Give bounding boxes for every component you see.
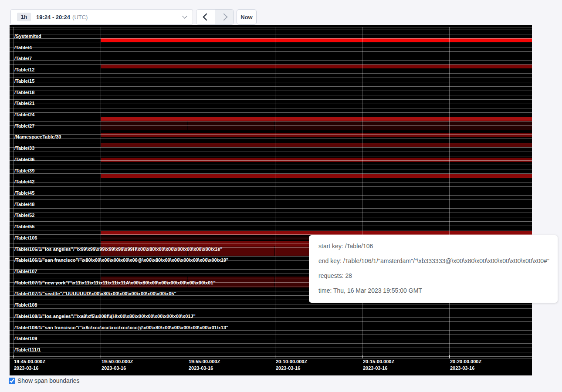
span-boundary-line — [10, 130, 532, 130]
row-label: /Table/24 — [14, 112, 34, 117]
chevron-down-icon — [182, 14, 187, 18]
row-label: /Table/108/1/"san francisco"/"\x8c\xcc\x… — [14, 325, 228, 330]
heat-band — [101, 64, 532, 68]
x-axis-date: 2023-03-16 — [363, 365, 394, 371]
previous-range-button[interactable] — [196, 10, 215, 24]
row-label: /Table/108/1/"los angeles"/"\xa8\xf5\u00… — [14, 314, 196, 319]
span-boundary-line — [10, 78, 532, 78]
span-boundary-line — [10, 108, 532, 108]
span-boundary-line — [10, 234, 532, 235]
time-range-dropdown[interactable]: 1h 19:24 - 20:24 (UTC) — [10, 9, 193, 25]
x-axis-date: 2023-03-16 — [450, 365, 481, 371]
span-boundary-line — [10, 213, 532, 213]
row-label: /Table/107/1/"new york"/"\x11\x11\x11\x1… — [14, 280, 216, 285]
span-boundary-line — [10, 330, 532, 331]
chevron-left-icon — [203, 14, 210, 21]
span-boundary-line — [10, 139, 532, 139]
range-tooltip: start key: /Table/106 end key: /Table/10… — [309, 235, 558, 303]
tooltip-start-key: start key: /Table/106 — [318, 243, 548, 250]
span-boundary-line — [10, 186, 532, 187]
span-boundary-line — [10, 173, 532, 174]
show-span-boundaries-checkbox[interactable] — [9, 378, 15, 384]
time-range-nav — [196, 9, 234, 25]
x-axis-date: 2023-03-16 — [189, 365, 220, 371]
span-boundary-line — [10, 195, 532, 196]
tooltip-time: time: Thu, 16 Mar 2023 19:55:00 GMT — [318, 287, 548, 294]
x-axis-time: 19:45:00.000Z — [14, 359, 45, 365]
row-label: /Table/106 — [14, 236, 37, 240]
heat-band — [101, 117, 532, 121]
heat-band — [101, 143, 532, 147]
span-boundary-line — [10, 339, 532, 339]
span-boundary-line — [10, 56, 532, 56]
row-label: /Table/33 — [14, 146, 34, 151]
span-boundary-line — [10, 313, 532, 313]
span-boundary-line — [10, 117, 532, 117]
span-boundary-line — [10, 356, 532, 357]
span-boundary-line — [10, 208, 532, 209]
row-label: /Table/45 — [14, 191, 34, 196]
row-label: /Table/55 — [14, 224, 34, 229]
span-boundary-line — [10, 217, 532, 217]
time-range-value: 19:24 - 20:24 — [36, 14, 70, 20]
span-boundary-line — [10, 47, 532, 47]
span-boundary-line — [10, 60, 532, 61]
span-boundary-line — [10, 160, 532, 161]
span-boundary-line — [10, 343, 532, 344]
span-boundary-line — [10, 112, 532, 113]
tooltip-requests: requests: 28 — [318, 272, 548, 280]
span-boundary-line — [10, 51, 532, 52]
span-boundary-line — [10, 43, 532, 43]
span-boundary-line — [10, 69, 532, 69]
show-span-boundaries-label: Show span boundaries — [17, 377, 79, 384]
row-label: /Table/52 — [14, 213, 34, 218]
row-label: /Table/107 — [14, 269, 37, 274]
axis-tick — [188, 355, 188, 358]
row-label: /Table/18 — [14, 90, 34, 95]
span-boundary-line — [10, 230, 532, 230]
row-label: /Table/21 — [14, 101, 34, 106]
time-gridline — [362, 27, 362, 358]
span-boundary-line — [10, 348, 532, 348]
axis-tick — [362, 355, 362, 358]
span-boundary-line — [10, 125, 532, 126]
x-axis-date: 2023-03-16 — [276, 365, 307, 371]
row-label: /Table/36 — [14, 157, 34, 162]
keyvis-canvas[interactable]: /System/tsd/Table/4/Table/7/Table/12/Tab… — [10, 25, 532, 375]
row-label: /Table/39 — [14, 169, 34, 173]
time-gridline — [275, 27, 275, 358]
heat-band — [101, 38, 532, 42]
x-axis-date: 2023-03-16 — [102, 365, 133, 371]
span-boundary-line — [10, 221, 532, 222]
x-axis-label: 20:10:00.000Z2023-03-16 — [276, 359, 307, 371]
span-boundary-line — [10, 335, 532, 335]
span-boundary-line — [10, 143, 532, 143]
span-boundary-line — [10, 64, 532, 65]
span-boundary-line — [10, 226, 532, 226]
axis-tick — [13, 355, 14, 358]
next-range-button[interactable] — [215, 10, 234, 24]
axis-tick — [275, 355, 275, 358]
x-axis-date: 2023-03-16 — [14, 365, 45, 371]
x-axis-label: 19:55:00.000Z2023-03-16 — [189, 359, 220, 371]
time-range-preset-badge: 1h — [17, 13, 31, 21]
span-boundary-line — [10, 104, 532, 104]
x-axis-label: 19:45:00.000Z2023-03-16 — [14, 359, 45, 371]
span-boundary-line — [10, 30, 532, 30]
time-range-timezone: (UTC) — [72, 14, 88, 20]
span-boundary-line — [10, 152, 532, 152]
span-boundary-line — [10, 352, 532, 352]
span-boundary-line — [10, 321, 532, 322]
heat-band — [101, 133, 532, 137]
heat-band — [101, 158, 532, 162]
span-boundary-line — [10, 91, 532, 91]
row-label: /Table/42 — [14, 179, 34, 184]
show-span-boundaries-toggle[interactable]: Show span boundaries — [9, 377, 79, 384]
chevron-right-icon — [220, 14, 227, 21]
now-button[interactable]: Now — [237, 9, 257, 25]
time-gridline — [449, 27, 450, 358]
x-axis-time: 20:10:00.000Z — [276, 359, 307, 365]
span-boundary-line — [10, 121, 532, 122]
span-boundary-line — [10, 191, 532, 191]
span-boundary-line — [10, 34, 532, 34]
